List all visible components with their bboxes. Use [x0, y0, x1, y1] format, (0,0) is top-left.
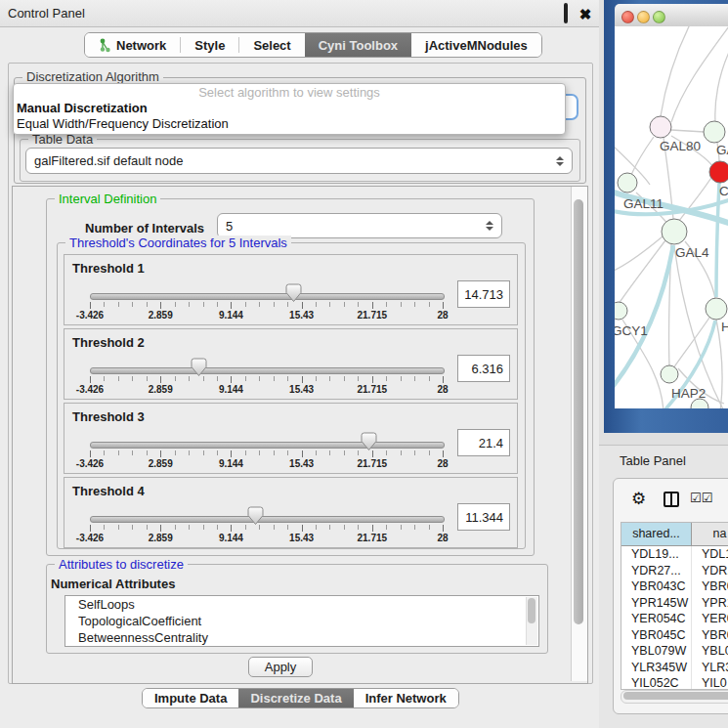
table-row[interactable]: YLR345WYLR3 — [621, 660, 728, 676]
threshold-slider-track[interactable] — [90, 516, 445, 523]
network-edge[interactable] — [673, 318, 709, 368]
column-split-icon[interactable] — [664, 492, 679, 507]
tick-label: 21.715 — [358, 533, 388, 543]
network-node-gal80[interactable] — [650, 116, 671, 138]
attribute-list-item[interactable]: SelfLoops — [65, 596, 538, 613]
tab-jactivemnodules[interactable]: jActiveMNodules — [411, 33, 541, 57]
tick-label: 28 — [437, 384, 448, 395]
attribute-list-item[interactable]: TopologicalCoefficient — [65, 613, 538, 629]
table-row[interactable]: YIL052CYIL0 — [621, 675, 728, 690]
attributes-group-title: Attributes to discretize — [55, 557, 188, 572]
table-column-header[interactable]: na — [692, 523, 728, 545]
numerical-attributes-label: Numerical Attributes — [51, 577, 175, 591]
threshold-slider-track[interactable] — [90, 442, 445, 449]
network-node-label: GCY1 — [615, 323, 648, 338]
table-row[interactable]: YER054CYER0 — [621, 611, 728, 627]
num-intervals-value: 5 — [226, 219, 233, 234]
tab-impute-data[interactable]: Impute Data — [143, 689, 238, 707]
tab-discretize-data[interactable]: Discretize Data — [238, 689, 353, 707]
num-intervals-label: Number of Intervals — [85, 221, 204, 236]
table-cell: YBR0 — [692, 627, 728, 644]
popup-item-equal-width[interactable]: Equal Width/Frequency Discretization — [14, 116, 565, 132]
checkbox-icon[interactable]: ☑☑ — [690, 491, 712, 505]
threshold-slider-track[interactable] — [90, 293, 445, 300]
table-row[interactable]: YBR045CYBR0 — [621, 627, 728, 644]
close-traffic-light[interactable] — [621, 11, 634, 23]
tick-label: 9.144 — [219, 458, 243, 469]
threshold-slider-thumb[interactable] — [285, 283, 302, 303]
popup-item-manual[interactable]: Manual Discretization — [14, 101, 565, 116]
threshold-label: Threshold 3 — [72, 409, 145, 424]
network-edge[interactable] — [631, 137, 654, 175]
network-edge[interactable] — [671, 130, 705, 132]
table-row[interactable]: YDR27...YDR2 — [621, 563, 728, 579]
table-cell: YIL0 — [692, 675, 728, 690]
network-node-h[interactable] — [706, 298, 727, 320]
tick-label: 21.715 — [358, 458, 388, 469]
network-edge[interactable] — [671, 26, 728, 122]
numerical-attributes-list[interactable]: SelfLoopsTopologicalCoefficientBetweenne… — [64, 595, 539, 647]
list-scrollbar[interactable] — [526, 597, 537, 645]
table-row[interactable]: YBL079WYBL0 — [621, 643, 728, 660]
table-column-header[interactable]: shared... — [621, 523, 692, 545]
network-edge[interactable] — [619, 240, 665, 304]
table-hscrollbar[interactable] — [621, 690, 728, 704]
attribute-list-item[interactable]: BetweennessCentrality — [65, 629, 538, 646]
network-node-c[interactable] — [709, 161, 728, 183]
apply-button[interactable]: Apply — [248, 657, 313, 677]
tick-label: 21.715 — [358, 310, 388, 321]
table-cell: YBR043C — [621, 578, 692, 595]
threshold-value-field[interactable]: 21.4 — [457, 429, 510, 456]
network-edge[interactable] — [661, 26, 691, 116]
table-cell: YDL19... — [621, 546, 692, 563]
tick-label: 2.859 — [149, 533, 173, 543]
popup-hint: Select algorithm to view settings — [14, 84, 565, 101]
close-icon[interactable]: ✖ — [578, 8, 592, 21]
tick-label: -3.426 — [76, 384, 104, 395]
zoom-traffic-light[interactable] — [653, 11, 665, 23]
spinner-arrows-icon — [486, 221, 493, 231]
threshold-label: Threshold 2 — [72, 335, 145, 350]
network-node-gcy1[interactable] — [615, 302, 627, 320]
float-window-icon[interactable] — [559, 7, 573, 21]
table-data-combobox[interactable]: galFiltered.sif default node — [25, 148, 573, 174]
tab-select[interactable]: Select — [239, 33, 304, 57]
network-graph: GAL80GACGAL11GAL4GCY1HHAP2 — [615, 26, 728, 408]
threshold-value-field[interactable]: 14.713 — [457, 280, 510, 308]
combo-arrows-icon — [556, 156, 564, 166]
minimize-traffic-light[interactable] — [637, 11, 650, 23]
table-cell: YDR2 — [692, 563, 728, 579]
control-panel-title: Control Panel — [8, 6, 85, 21]
tab-style[interactable]: Style — [181, 33, 238, 57]
network-node-gal11[interactable] — [618, 173, 637, 193]
table-row[interactable]: YPR145WYPR1 — [621, 595, 728, 612]
table-row[interactable]: YDL19...YDL1 — [621, 546, 728, 563]
threshold-slider-track[interactable] — [90, 367, 445, 374]
node-table[interactable]: shared...na YDL19...YDL1YDR27...YDR2YBR0… — [621, 522, 728, 690]
tab-infer-network[interactable]: Infer Network — [354, 689, 458, 707]
threshold-label: Threshold 1 — [72, 261, 145, 276]
table-cell: YBR0 — [692, 578, 728, 595]
network-canvas[interactable]: GAL80GACGAL11GAL4GCY1HHAP2 — [615, 26, 728, 408]
network-edge-highlighted[interactable] — [716, 183, 719, 297]
tab-network[interactable]: Network — [85, 33, 180, 57]
table-cell: YDR27... — [621, 563, 692, 579]
gear-icon[interactable]: ⚙ — [631, 489, 646, 509]
tick-label: -3.426 — [76, 533, 104, 543]
network-node-ga[interactable] — [704, 121, 725, 143]
threshold-value-field[interactable]: 6.316 — [457, 355, 510, 382]
table-cell: YDL1 — [692, 546, 728, 563]
threshold-slider-thumb[interactable] — [361, 432, 377, 451]
network-edge[interactable] — [715, 46, 728, 121]
threshold-slider-thumb[interactable] — [191, 358, 207, 377]
threshold-row-4: Threshold 4-3.4262.8599.14415.4321.71528… — [64, 477, 518, 548]
network-node-hap2[interactable] — [661, 365, 678, 383]
network-node-gal4[interactable] — [662, 219, 687, 244]
threshold-row-3: Threshold 3-3.4262.8599.14415.4321.71528… — [64, 403, 518, 474]
table-row[interactable]: YBR043CYBR0 — [621, 578, 728, 595]
threshold-value-field[interactable]: 11.344 — [457, 503, 510, 531]
settings-scrollbar[interactable] — [571, 187, 587, 681]
tab-cyni-toolbox[interactable]: Cyni Toolbox — [305, 33, 411, 57]
threshold-slider-thumb[interactable] — [247, 506, 264, 526]
threshold-row-2: Threshold 2-3.4262.8599.14415.4321.71528… — [64, 328, 518, 400]
